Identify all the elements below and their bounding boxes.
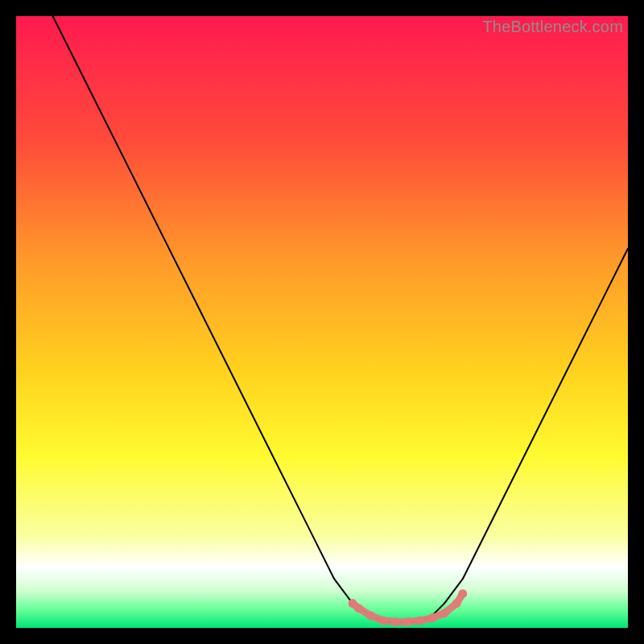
svg-point-5 [403,617,412,626]
svg-point-4 [391,617,400,626]
svg-point-1 [354,604,363,613]
chart-frame: TheBottleneck.com [16,16,628,628]
watermark-label: TheBottleneck.com [482,18,623,36]
svg-point-7 [427,613,436,622]
svg-point-3 [379,616,388,625]
chart-background [16,16,628,628]
svg-point-8 [440,609,449,617]
svg-point-6 [415,616,424,625]
svg-point-9 [452,599,461,608]
svg-point-2 [366,611,375,620]
bottleneck-chart [16,16,628,628]
svg-point-10 [458,589,467,598]
